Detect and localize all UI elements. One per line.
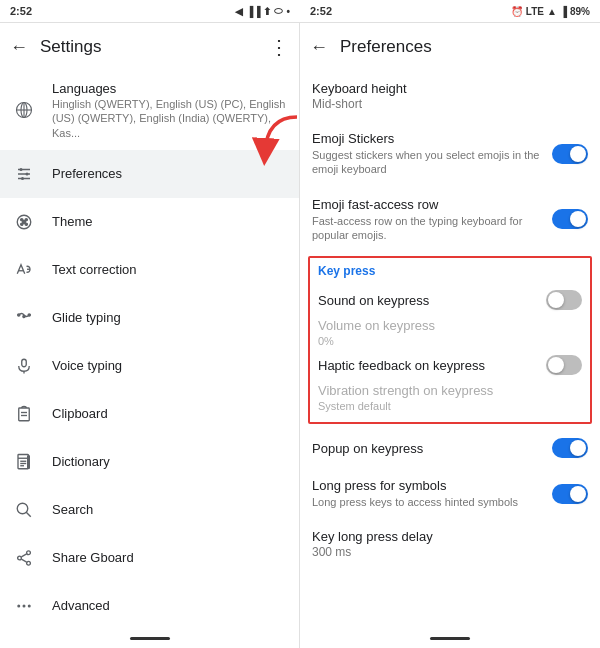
share-gboard-label: Share Gboard (52, 550, 289, 565)
emoji-stickers-toggle[interactable] (552, 144, 588, 164)
palette-icon (10, 208, 38, 236)
search-label: Search (52, 502, 289, 517)
emoji-stickers-text: Emoji Stickers Suggest stickers when you… (312, 131, 544, 177)
settings-keyboard-height[interactable]: Keyboard height Mid-short (300, 71, 600, 121)
left-panel-title: Settings (40, 37, 269, 57)
emoji-stickers-row: Emoji Stickers Suggest stickers when you… (312, 131, 588, 177)
preferences-content: Preferences (52, 166, 289, 181)
nav-item-advanced[interactable]: Advanced (0, 582, 299, 630)
sliders-icon (10, 160, 38, 188)
long-press-symbols-toggle-thumb (570, 486, 586, 502)
svg-point-8 (26, 172, 29, 175)
nav-item-share-gboard[interactable]: Share Gboard (0, 534, 299, 582)
red-arrow-indicator (247, 112, 299, 167)
right-status-icons: ⏰LTE▲▐89% (511, 6, 590, 17)
svg-line-33 (26, 512, 31, 517)
sound-on-keypress-toggle[interactable] (546, 290, 582, 310)
emoji-fast-access-toggle[interactable] (552, 209, 588, 229)
svg-rect-21 (22, 359, 27, 367)
emoji-fast-access-label: Emoji fast-access row (312, 197, 544, 212)
dictionary-icon (10, 448, 38, 476)
nav-item-clipboard[interactable]: Clipboard (0, 390, 299, 438)
popup-on-keypress-toggle[interactable] (552, 438, 588, 458)
vibration-strength-label: Vibration strength on keypress (318, 383, 582, 398)
long-press-symbols-text: Long press for symbols Long press keys t… (312, 478, 518, 509)
glide-icon (10, 304, 38, 332)
svg-point-15 (23, 220, 26, 223)
sound-on-keypress-item[interactable]: Sound on keypress (318, 286, 582, 314)
settings-popup-on-keypress[interactable]: Popup on keypress (300, 428, 600, 468)
nav-item-text-correction[interactable]: Text correction (0, 246, 299, 294)
dictionary-content: Dictionary (52, 454, 289, 469)
advanced-label: Advanced (52, 598, 289, 613)
settings-key-long-press-delay[interactable]: Key long press delay 300 ms (300, 519, 600, 569)
svg-point-9 (21, 177, 24, 180)
long-press-symbols-toggle[interactable] (552, 484, 588, 504)
right-panel: ← Preferences Keyboard height Mid-short … (300, 23, 600, 648)
left-panel: ← Settings ⋮ Languages Hinglish (QWERTY)… (0, 23, 300, 648)
text-correction-content: Text correction (52, 262, 289, 277)
nav-item-rate-us[interactable]: Rate us (0, 630, 299, 631)
more-options-button[interactable]: ⋮ (269, 35, 289, 59)
sound-on-keypress-label: Sound on keypress (318, 293, 429, 308)
nav-item-voice-typing[interactable]: Voice typing (0, 342, 299, 390)
search-content: Search (52, 502, 289, 517)
clipboard-content: Clipboard (52, 406, 289, 421)
long-press-symbols-sublabel: Long press keys to access hinted symbols (312, 495, 518, 509)
globe-icon (10, 96, 38, 124)
emoji-stickers-toggle-thumb (570, 146, 586, 162)
volume-on-keypress-value: 0% (318, 335, 582, 347)
clipboard-icon (10, 400, 38, 428)
popup-on-keypress-label: Popup on keypress (312, 441, 544, 456)
share-icon (10, 544, 38, 572)
left-status-icons: ◀▐▐⬆⬭• (235, 5, 290, 17)
haptic-feedback-item[interactable]: Haptic feedback on keypress (318, 351, 582, 379)
sound-on-keypress-row: Sound on keypress (318, 290, 582, 310)
svg-point-35 (18, 556, 22, 560)
volume-on-keypress-label: Volume on keypress (318, 318, 582, 333)
haptic-feedback-row: Haptic feedback on keypress (318, 355, 582, 375)
popup-on-keypress-toggle-thumb (570, 440, 586, 456)
sound-on-keypress-toggle-thumb (548, 292, 564, 308)
settings-emoji-fast-access[interactable]: Emoji fast-access row Fast-access row on… (300, 187, 600, 253)
long-press-symbols-label: Long press for symbols (312, 478, 518, 493)
settings-long-press-symbols[interactable]: Long press for symbols Long press keys t… (300, 468, 600, 519)
emoji-fast-access-text: Emoji fast-access row Fast-access row on… (312, 197, 544, 243)
nav-item-dictionary[interactable]: Dictionary (0, 438, 299, 486)
nav-list: Languages Hinglish (QWERTY), English (US… (0, 71, 299, 631)
svg-rect-23 (19, 408, 30, 421)
text-correction-label: Text correction (52, 262, 289, 277)
clipboard-label: Clipboard (52, 406, 289, 421)
main-content: ← Settings ⋮ Languages Hinglish (QWERTY)… (0, 22, 600, 648)
svg-rect-31 (27, 455, 30, 469)
settings-emoji-stickers[interactable]: Emoji Stickers Suggest stickers when you… (300, 121, 600, 187)
right-time: 2:52 (310, 5, 332, 17)
nav-item-glide-typing[interactable]: Glide typing (0, 294, 299, 342)
emoji-fast-access-toggle-thumb (570, 211, 586, 227)
long-press-symbols-row: Long press for symbols Long press keys t… (312, 478, 588, 509)
right-status-bar: 2:52 ⏰LTE▲▐89% (300, 0, 600, 22)
nav-item-search[interactable]: Search (0, 486, 299, 534)
nav-item-theme[interactable]: Theme (0, 198, 299, 246)
voice-typing-label: Voice typing (52, 358, 289, 373)
nav-item-preferences[interactable]: Preferences (0, 150, 299, 198)
svg-point-20 (28, 314, 30, 316)
svg-line-37 (21, 554, 26, 557)
right-header: ← Preferences (300, 23, 600, 71)
advanced-content: Advanced (52, 598, 289, 613)
mic-icon (10, 352, 38, 380)
svg-point-34 (27, 551, 31, 555)
emoji-stickers-label: Emoji Stickers (312, 131, 544, 146)
haptic-feedback-toggle[interactable] (546, 355, 582, 375)
svg-point-40 (23, 604, 26, 607)
svg-point-41 (28, 604, 31, 607)
voice-typing-content: Voice typing (52, 358, 289, 373)
theme-label: Theme (52, 214, 289, 229)
keyboard-height-label: Keyboard height (312, 81, 588, 96)
left-time: 2:52 (10, 5, 32, 17)
correction-icon (10, 256, 38, 284)
left-back-button[interactable]: ← (10, 37, 28, 58)
right-back-button[interactable]: ← (310, 37, 328, 58)
svg-point-7 (20, 168, 23, 171)
theme-content: Theme (52, 214, 289, 229)
